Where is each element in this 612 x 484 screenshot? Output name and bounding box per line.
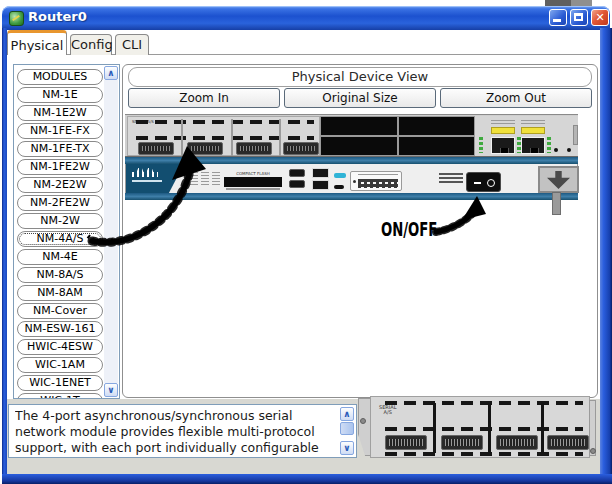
tab-cli[interactable]: CLI [115,34,149,55]
slot-divider [433,403,436,453]
serial-port [547,435,589,450]
aux-port[interactable] [312,180,329,190]
scroll-up-button[interactable]: ∧ [104,66,118,80]
empty-bay[interactable] [321,137,397,155]
zoom-out-button[interactable]: Zoom Out [440,88,592,108]
minimize-button[interactable] [549,9,567,26]
screw [360,418,366,424]
vent-dashes [136,120,314,124]
module-item-nm-cover[interactable]: NM-Cover [17,303,103,319]
compact-flash-label: COMPACT FLASH [220,171,286,176]
power-inlet [538,166,579,193]
serial-port[interactable] [236,142,272,155]
on-off-annotation: ON/OFF [381,217,437,241]
led-labels [190,172,198,186]
module-item-nm-1fe2w[interactable]: NM-1FE2W [17,159,103,175]
tab-config[interactable]: Config [70,34,112,55]
original-size-button[interactable]: Original Size [284,88,436,108]
module-description-text: The 4-port asynchronous/synchronous seri… [15,408,337,456]
module-faceplate: SERIAL A/S [370,396,590,458]
scrollbar-thumb[interactable] [340,422,354,435]
usb-port [289,169,305,177]
module-list-header: MODULES [17,69,103,85]
module-item-nm-4e[interactable]: NM-4E [17,249,103,265]
switch-off-mark [487,179,495,187]
chassis-stripe [125,157,578,164]
empty-bay[interactable] [399,117,475,135]
led-labels [201,172,209,186]
module-item-nm-4a-s[interactable]: NM-4A/S [17,231,103,247]
module-item-wic-1enet[interactable]: WIC-1ENET [17,375,103,391]
ethernet-port[interactable] [521,137,545,154]
installed-nm-4as-module[interactable]: SERIAL A/S [127,116,320,156]
screw [353,180,356,183]
module-item-nm-1fe-fx[interactable]: NM-1FE-FX [17,123,103,139]
port-indicator [334,185,344,189]
serial-port[interactable] [138,142,174,155]
module-item-nm-esw-161[interactable]: NM-ESW-161 [17,321,103,337]
fastethernet0-label [491,127,515,134]
window-title: Router0 [28,9,87,24]
window-border-bottom [2,474,612,484]
module-item-nm-1e2w[interactable]: NM-1E2W [17,105,103,121]
rps-caption [358,174,398,177]
module-item-nm-8a-s[interactable]: NM-8A/S [17,267,103,283]
slot-divider [541,403,544,453]
console-port[interactable] [312,168,329,178]
module-faceplate-label: SERIAL A/S [379,405,397,415]
cisco-wordmark [132,180,162,182]
empty-bay[interactable] [321,117,397,135]
vent-dashes [385,401,583,405]
scroll-down-button[interactable]: ∨ [340,441,354,455]
nm-4as-module-preview[interactable]: SERIAL A/S [358,396,596,458]
chassis-handle [573,125,578,145]
chassis-stripe [125,193,578,200]
slot-divider [231,119,233,156]
module-item-nm-2e2w[interactable]: NM-2E2W [17,177,103,193]
switch-on-mark [474,182,481,184]
module-item-nm-1fe-tx[interactable]: NM-1FE-TX [17,141,103,157]
module-item-nm-2w[interactable]: NM-2W [17,213,103,229]
fixed-port-panel [475,116,578,156]
power-switch[interactable] [466,172,501,192]
tab-physical[interactable]: Physical [7,30,67,55]
vent-dashes [385,452,583,456]
serial-port [441,435,483,450]
module-item-nm-1e[interactable]: NM-1E [17,87,103,103]
router-app-icon [9,11,24,26]
led-column [479,137,483,153]
module-item-nm-2fe2w[interactable]: NM-2FE2W [17,195,103,211]
scroll-up-button[interactable]: ∧ [340,407,354,421]
panel-title: Physical Device View [128,67,592,87]
empty-module-bays[interactable] [320,116,475,156]
serial-port[interactable] [283,142,319,155]
slot-divider [181,119,183,156]
serial-port[interactable] [187,142,223,155]
serial-port [385,435,427,450]
scrollbar-track[interactable] [104,80,118,383]
scroll-down-button[interactable]: ∨ [104,383,118,397]
maximize-button[interactable] [570,9,588,26]
port-caption [521,120,545,125]
power-rating-text [439,173,463,185]
module-description-box[interactable]: The 4-port asynchronous/synchronous seri… [8,404,357,458]
ethernet-port[interactable] [491,137,515,154]
empty-bay[interactable] [399,137,475,155]
cisco-bridge-glyph [132,168,158,177]
serial-port [496,435,538,450]
fastethernet1-label [521,127,545,134]
module-item-nm-8am[interactable]: NM-8AM [17,285,103,301]
close-button[interactable] [591,9,609,26]
module-item-hwic-4esw[interactable]: HWIC-4ESW [17,339,103,355]
zoom-in-button[interactable]: Zoom In [128,88,280,108]
led-labels [212,172,220,186]
module-item-wic-1am[interactable]: WIC-1AM [17,357,103,373]
rps-pins [358,179,398,188]
vent-dashes [385,427,583,431]
router-front-face: COMPACT FLASH [125,164,578,193]
rps-input-connector [350,171,402,191]
vent-dashes [136,136,314,140]
reset-button [334,173,346,178]
title-bar[interactable] [2,6,610,30]
module-list: ∧ ∨ MODULESNM-1ENM-1E2WNM-1FE-FXNM-1FE-T… [13,64,120,399]
